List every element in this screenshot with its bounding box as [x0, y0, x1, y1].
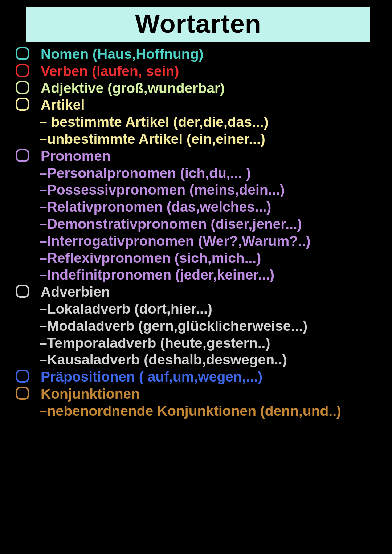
sub-item: –Temporaladverb (heute,gestern..) — [15, 335, 385, 352]
wortarten-list: Nomen (Haus,Hoffnung) Verben (laufen, se… — [0, 46, 392, 420]
item-label: Artikel — [30, 97, 385, 114]
checkbox-icon — [15, 63, 30, 77]
sub-item: –Reflexivpronomen (sich,mich...) — [15, 250, 385, 267]
sub-item: –Demonstrativpronomen (diser,jener...) — [15, 216, 385, 233]
list-item: Pronomen — [15, 148, 385, 165]
sub-item: –Relativpronomen (das,welches...) — [15, 199, 385, 216]
list-item: Verben (laufen, sein) — [15, 63, 385, 80]
list-item: Artikel — [15, 97, 385, 114]
list-item: Adjektive (groß,wunderbar) — [15, 80, 385, 97]
svg-rect-7 — [17, 387, 28, 399]
checkbox-icon — [15, 97, 30, 111]
checkbox-icon — [15, 148, 30, 162]
svg-rect-5 — [17, 285, 28, 297]
item-label: Nomen (Haus,Hoffnung) — [30, 46, 385, 63]
sub-item: –Modaladverb (gern,glücklicherweise...) — [15, 318, 385, 335]
sub-item: – bestimmte Artikel (der,die,das...) — [15, 114, 385, 131]
list-item: Nomen (Haus,Hoffnung) — [15, 46, 385, 63]
svg-rect-6 — [17, 370, 28, 382]
item-label: Verben (laufen, sein) — [30, 63, 385, 80]
item-label: Pronomen — [30, 148, 385, 165]
item-label: Präpositionen ( auf,um,wegen,...) — [30, 368, 385, 386]
checkbox-icon — [15, 80, 30, 94]
svg-rect-1 — [17, 65, 28, 76]
item-label: Adverbien — [30, 284, 385, 301]
item-label: Konjunktionen — [30, 386, 385, 403]
sub-item: –Indefinitpronomen (jeder,keiner...) — [15, 266, 385, 284]
checkbox-icon — [15, 368, 30, 383]
svg-rect-4 — [17, 150, 28, 161]
sub-item: –Interrogativpronomen (Wer?,Warum?..) — [15, 233, 385, 250]
svg-rect-2 — [17, 82, 28, 93]
svg-rect-0 — [17, 48, 28, 59]
sub-item: –Lokaladverb (dort,hier...) — [15, 301, 385, 318]
sub-item: –nebenordnende Konjunktionen (denn,und..… — [15, 403, 385, 420]
page-title: Wortarten — [26, 7, 370, 42]
checkbox-icon — [15, 386, 30, 400]
list-item: Adverbien — [15, 284, 385, 301]
list-item: Konjunktionen — [15, 386, 385, 403]
svg-rect-3 — [17, 98, 28, 110]
sub-item: –unbestimmte Artikel (ein,einer...) — [15, 131, 385, 148]
sub-item: –Personalpronomen (ich,du,... ) — [15, 165, 385, 182]
list-item: Präpositionen ( auf,um,wegen,...) — [15, 368, 385, 386]
item-label: Adjektive (groß,wunderbar) — [30, 80, 385, 97]
sub-item: –Possessivpronomen (meins,dein...) — [15, 182, 385, 199]
checkbox-icon — [15, 284, 30, 298]
sub-item: –Kausaladverb (deshalb,deswegen..) — [15, 351, 385, 368]
checkbox-icon — [15, 46, 30, 60]
